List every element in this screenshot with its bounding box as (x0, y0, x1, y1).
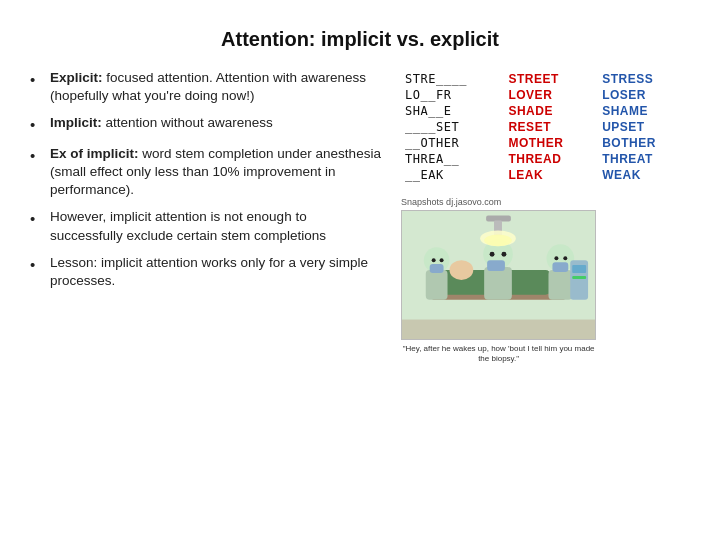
svg-rect-11 (553, 262, 569, 272)
snapshot-area: Snapshots dj.jasovo.com (401, 197, 690, 365)
word-answer-0: STREET (504, 71, 598, 87)
cartoon-caption: "Hey, after he wakes up, how 'bout I tel… (401, 344, 596, 365)
word-alt-2: SHAME (598, 103, 690, 119)
word-incomplete-2: SHA__E (401, 103, 504, 119)
right-panel: STRE____STREETSTRESSLO__FRLOVERLOSERSHA_… (401, 69, 690, 520)
svg-point-3 (450, 260, 474, 280)
word-answer-6: LEAK (504, 167, 598, 183)
slide-title: Attention: implicit vs. explicit (30, 28, 690, 51)
svg-point-18 (502, 252, 507, 257)
bullet-bold-0: Explicit: (50, 70, 103, 85)
svg-rect-25 (572, 276, 586, 279)
word-table-row-2: SHA__ESHADESHAME (401, 103, 690, 119)
word-table-row-3: ____SETRESETUPSET (401, 119, 690, 135)
bullet-list: •Explicit: focused attention. Attention … (30, 69, 383, 299)
slide: Attention: implicit vs. explicit •Explic… (0, 0, 720, 540)
svg-point-7 (432, 258, 436, 262)
bullet-text-2: Ex of implicit: word stem completion und… (50, 145, 383, 200)
svg-rect-16 (487, 260, 505, 271)
bullet-bold-1: Implicit: (50, 115, 102, 130)
svg-rect-24 (572, 265, 586, 273)
word-table-row-4: __OTHERMOTHERBOTHER (401, 135, 690, 151)
word-stem-table: STRE____STREETSTRESSLO__FRLOVERLOSERSHA_… (401, 71, 690, 183)
word-alt-0: STRESS (598, 71, 690, 87)
word-incomplete-0: STRE____ (401, 71, 504, 87)
word-table-row-0: STRE____STREETSTRESS (401, 71, 690, 87)
word-alt-1: LOSER (598, 87, 690, 103)
cartoon-image (401, 210, 596, 340)
bullet-text-1: Implicit: attention without awareness (50, 114, 383, 132)
svg-rect-6 (430, 264, 444, 273)
svg-point-17 (490, 252, 495, 257)
word-incomplete-3: ____SET (401, 119, 504, 135)
bullet-text-4: Lesson: implicit attention works only fo… (50, 254, 383, 290)
content-area: •Explicit: focused attention. Attention … (30, 69, 690, 520)
word-table-row-1: LO__FRLOVERLOSER (401, 87, 690, 103)
snapshot-label: Snapshots dj.jasovo.com (401, 197, 501, 207)
word-alt-4: BOTHER (598, 135, 690, 151)
word-incomplete-6: __EAK (401, 167, 504, 183)
word-answer-2: SHADE (504, 103, 598, 119)
word-alt-6: WEAK (598, 167, 690, 183)
word-table-row-5: THREA__THREADTHREAT (401, 151, 690, 167)
bullet-dot: • (30, 255, 44, 275)
word-alt-5: THREAT (598, 151, 690, 167)
svg-rect-10 (549, 270, 573, 300)
word-answer-4: MOTHER (504, 135, 598, 151)
word-incomplete-5: THREA__ (401, 151, 504, 167)
svg-rect-5 (426, 270, 448, 300)
bullet-dot: • (30, 146, 44, 166)
bullet-text-0: Explicit: focused attention. Attention w… (50, 69, 383, 105)
word-answer-5: THREAD (504, 151, 598, 167)
bullet-bold-2: Ex of implicit: (50, 146, 139, 161)
bullet-item-1: •Implicit: attention without awareness (30, 114, 383, 135)
bullet-item-2: •Ex of implicit: word stem completion un… (30, 145, 383, 200)
word-incomplete-4: __OTHER (401, 135, 504, 151)
bullet-text-3: However, implicit attention is not enoug… (50, 208, 383, 244)
bullet-item-4: •Lesson: implicit attention works only f… (30, 254, 383, 290)
word-answer-3: RESET (504, 119, 598, 135)
word-incomplete-1: LO__FR (401, 87, 504, 103)
svg-point-8 (440, 258, 444, 262)
word-alt-3: UPSET (598, 119, 690, 135)
bullet-dot: • (30, 70, 44, 90)
bullet-dot: • (30, 209, 44, 229)
left-panel: •Explicit: focused attention. Attention … (30, 69, 383, 520)
bullet-item-0: •Explicit: focused attention. Attention … (30, 69, 383, 105)
word-answer-1: LOVER (504, 87, 598, 103)
svg-point-13 (563, 256, 567, 260)
svg-point-22 (484, 234, 512, 246)
svg-point-12 (555, 256, 559, 260)
bullet-item-3: •However, implicit attention is not enou… (30, 208, 383, 244)
bullet-dot: • (30, 115, 44, 135)
word-table-row-6: __EAKLEAKWEAK (401, 167, 690, 183)
svg-rect-15 (484, 267, 512, 300)
svg-rect-26 (402, 320, 595, 340)
